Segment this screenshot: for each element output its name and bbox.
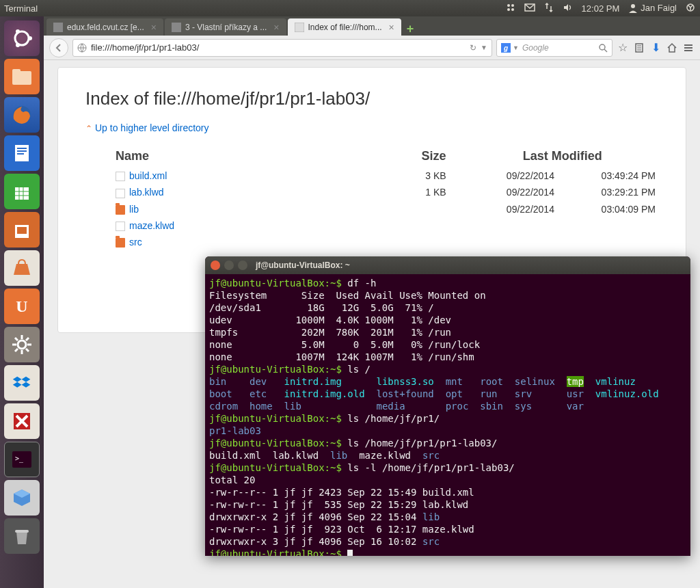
launcher-xnview[interactable]	[4, 403, 40, 439]
svg-point-7	[15, 31, 29, 45]
favicon-icon	[295, 23, 304, 32]
terminal-titlebar[interactable]: jf@ubuntu-VirtualBox: ~	[205, 256, 690, 274]
svg-point-8	[28, 36, 32, 40]
window-close-icon[interactable]	[211, 260, 220, 270]
tab-label: Index of file:///hom...	[308, 23, 382, 32]
svg-point-28	[18, 340, 26, 349]
launcher-dash[interactable]	[4, 21, 40, 56]
file-link[interactable]: lab.klwd	[129, 187, 164, 198]
file-size	[386, 234, 467, 250]
svg-point-9	[16, 29, 20, 34]
close-icon[interactable]: ×	[389, 22, 394, 33]
reload-icon[interactable]: ↻	[470, 43, 476, 53]
globe-icon	[77, 43, 87, 53]
close-icon[interactable]: ×	[151, 22, 157, 33]
svg-rect-34	[172, 23, 181, 32]
launcher-terminal[interactable]: >_	[4, 442, 40, 477]
launcher-trash[interactable]	[4, 518, 40, 554]
menu-icon[interactable]	[682, 42, 695, 54]
mail-icon[interactable]	[524, 2, 535, 15]
svg-point-3	[511, 8, 514, 11]
download-icon[interactable]: ⬇	[649, 42, 662, 54]
terminal-window[interactable]: jf@ubuntu-VirtualBox: ~ jf@ubuntu-Virtua…	[205, 256, 690, 556]
svg-text:g: g	[503, 44, 508, 52]
search-icon[interactable]	[598, 43, 608, 53]
launcher-ubuntu-one[interactable]: U	[4, 289, 40, 324]
bookmark-star-icon[interactable]: ☆	[617, 42, 629, 54]
tab-strip: edux.feld.cvut.cz [e... × 3 - Vlastní př…	[44, 16, 700, 36]
col-name: Name	[113, 145, 386, 168]
file-date: 09/22/2014	[467, 168, 557, 184]
user-menu[interactable]: Jan Faigl	[628, 3, 677, 14]
up-link[interactable]: ⌃Up to higher level directory	[85, 122, 209, 133]
file-time: 03:04:09 PM	[557, 201, 658, 217]
file-link[interactable]: build.xml	[129, 170, 167, 181]
file-link[interactable]: maze.klwd	[129, 220, 174, 231]
file-time	[557, 234, 658, 250]
svg-point-39	[600, 44, 605, 50]
svg-rect-26	[17, 227, 27, 234]
indicator-keyboard-icon[interactable]	[505, 2, 516, 15]
file-date: 09/22/2014	[467, 184, 557, 200]
launcher-software-center[interactable]	[4, 250, 40, 286]
svg-rect-15	[17, 148, 27, 149]
terminal-title: jf@ubuntu-VirtualBox: ~	[256, 260, 350, 270]
volume-icon[interactable]	[563, 2, 574, 15]
new-tab-button[interactable]: +	[407, 22, 420, 36]
terminal-body[interactable]: jf@ubuntu-VirtualBox:~$ df -h Filesystem…	[205, 274, 690, 556]
svg-point-10	[16, 43, 20, 47]
power-icon[interactable]	[685, 2, 696, 15]
dropdown-icon[interactable]: ▼	[481, 44, 487, 51]
clock[interactable]: 12:02 PM	[582, 3, 620, 14]
table-row: src	[113, 234, 658, 250]
file-icon	[116, 172, 125, 181]
menubar: Terminal 12:02 PM Jan Faigl	[0, 0, 700, 16]
col-modified: Last Modified	[467, 145, 658, 168]
window-minimize-icon[interactable]	[224, 260, 234, 270]
launcher-dropbox[interactable]	[4, 365, 40, 401]
file-link[interactable]: src	[129, 237, 142, 248]
launcher: U >_	[0, 16, 44, 588]
tab-3[interactable]: Index of file:///hom... ×	[288, 18, 401, 36]
page-title: Index of file:///home/jf/pr1/pr1-lab03/	[85, 88, 658, 109]
file-date: 09/22/2014	[467, 201, 557, 217]
tab-label: edux.feld.cvut.cz [e...	[67, 23, 144, 32]
window-maximize-icon[interactable]	[238, 260, 247, 270]
url-input[interactable]: file:///home/jf/pr1/pr1-lab03/ ↻ ▼	[72, 39, 492, 57]
addressbar: file:///home/jf/pr1/pr1-lab03/ ↻ ▼ g ▼ G…	[44, 36, 700, 60]
file-time: 03:29:21 PM	[557, 184, 658, 200]
search-input[interactable]: g ▼ Google	[496, 39, 612, 57]
svg-line-40	[604, 49, 607, 52]
reader-icon[interactable]	[633, 42, 645, 54]
dropdown-icon[interactable]: ▼	[513, 44, 519, 51]
table-row: lib09/22/201403:04:09 PM	[113, 201, 658, 217]
col-size: Size	[386, 145, 467, 168]
active-app-name: Terminal	[4, 3, 38, 14]
launcher-settings[interactable]	[4, 327, 40, 362]
tab-2[interactable]: 3 - Vlastní příkazy a ... ×	[165, 18, 286, 36]
folder-icon	[116, 238, 125, 248]
network-icon[interactable]	[543, 2, 554, 15]
launcher-virtualbox[interactable]	[4, 480, 40, 516]
directory-listing: Name Size Last Modified build.xml3 KB09/…	[113, 145, 658, 250]
launcher-firefox[interactable]	[4, 97, 40, 133]
file-icon	[116, 222, 125, 231]
file-date	[467, 217, 557, 234]
favicon-icon	[172, 23, 181, 32]
launcher-files[interactable]	[4, 59, 40, 94]
url-text: file:///home/jf/pr1/pr1-lab03/	[91, 42, 199, 53]
svg-point-0	[507, 4, 510, 7]
table-row: maze.klwd	[113, 217, 658, 234]
launcher-writer[interactable]	[4, 135, 40, 171]
back-button[interactable]	[49, 38, 68, 57]
close-icon[interactable]: ×	[273, 22, 279, 33]
launcher-impress[interactable]	[4, 212, 40, 248]
file-size	[386, 217, 467, 234]
search-placeholder: Google	[522, 43, 549, 53]
launcher-calc[interactable]	[4, 174, 40, 209]
home-icon[interactable]	[666, 42, 678, 54]
file-link[interactable]: lib	[129, 204, 139, 215]
tab-1[interactable]: edux.feld.cvut.cz [e... ×	[46, 18, 163, 36]
svg-point-1	[511, 4, 514, 7]
table-row: build.xml3 KB09/22/201403:49:24 PM	[113, 168, 658, 184]
